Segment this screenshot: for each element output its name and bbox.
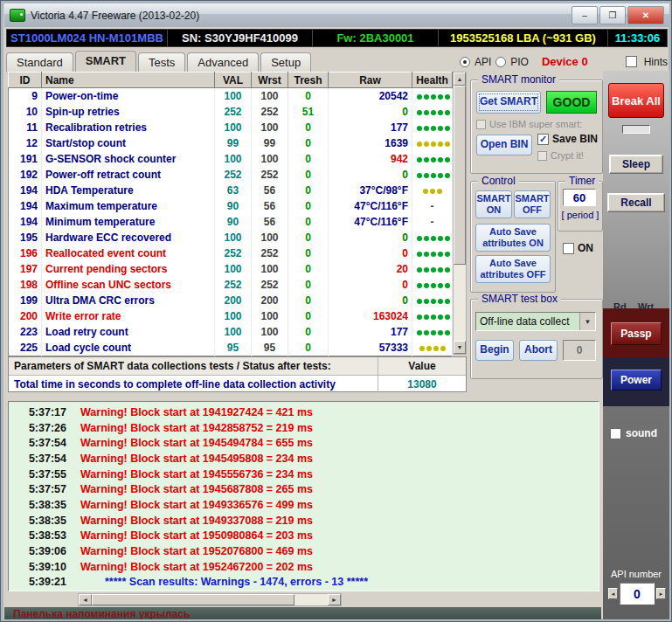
cell-tresh: 0	[288, 340, 329, 356]
timer-on-checkbox[interactable]	[563, 243, 574, 254]
smart-row-225[interactable]: 225Load cycle count9595057333	[9, 340, 453, 356]
table-scrollbar[interactable]: ▲ ▼	[453, 72, 467, 355]
wrt-label: Wrt	[638, 301, 654, 312]
close-button[interactable]: ✕	[627, 6, 664, 24]
break-all-button[interactable]: Break All	[608, 83, 664, 118]
horizontal-scroll-thumb[interactable]	[92, 594, 294, 605]
app-icon	[10, 9, 25, 22]
use-ibm-checkbox[interactable]	[476, 120, 486, 129]
health-dot	[438, 330, 443, 335]
smart-row-194[interactable]: 194Minimum temperature9056047°C/116°F-	[9, 214, 453, 230]
cell-tresh: 0	[288, 151, 329, 167]
scroll-thumb[interactable]	[454, 86, 466, 265]
power-button[interactable]: Power	[611, 370, 662, 390]
smart-row-12[interactable]: 12Start/stop count999901639	[9, 135, 453, 151]
cell-name: Power-on-time	[42, 88, 215, 105]
timer-period-input[interactable]	[563, 189, 596, 206]
test-select[interactable]: Off-line data collect ▼	[475, 312, 596, 331]
health-dot	[438, 142, 443, 147]
header-name: Name	[42, 73, 215, 88]
smart-row-223[interactable]: 223Load retry count1001000177	[9, 324, 453, 340]
smart-row-199[interactable]: 199Ultra DMA CRC errors20020000	[9, 293, 453, 308]
device-label: Device 0	[542, 55, 588, 68]
cell-val: 252	[215, 245, 252, 261]
smart-row-197[interactable]: 197Current pending sectors100100020	[9, 261, 453, 277]
open-bin-button[interactable]: Open BIN	[476, 135, 532, 156]
scroll-right-button[interactable]: ►	[328, 594, 341, 605]
api-number-decrement-button[interactable]: ◄	[608, 588, 618, 599]
sleep-button[interactable]: Sleep	[609, 155, 663, 174]
tab-smart[interactable]: SMART	[75, 51, 136, 72]
minimize-button[interactable]: –	[572, 6, 598, 24]
smart-row-194[interactable]: 194Maximum temperature9056047°C/116°F-	[9, 198, 453, 214]
passp-button[interactable]: Passp	[611, 322, 662, 345]
dropdown-arrow-icon[interactable]: ▼	[579, 313, 595, 330]
scroll-down-button[interactable]: ▼	[454, 341, 466, 354]
scroll-left-button[interactable]: ◄	[79, 594, 92, 605]
scroll-up-button[interactable]: ▲	[454, 73, 466, 86]
log-horizontal-scrollbar[interactable]: ◄ ►	[78, 593, 342, 606]
cell-tresh: 0	[288, 245, 329, 261]
maximize-button[interactable]: ❐	[599, 6, 626, 24]
cell-name: Offline scan UNC sectors	[42, 277, 215, 293]
smart-row-200[interactable]: 200Write error rate1001000163024	[9, 308, 453, 324]
smart-row-196[interactable]: 196Reallocated event count25225200	[9, 245, 453, 261]
api-radio[interactable]	[460, 57, 470, 67]
params-row-label: Total time in seconds to complete off-li…	[9, 378, 378, 390]
smart-off-button[interactable]: SMART OFF	[514, 190, 551, 218]
right-control-strip: Break All Sleep Recall Rd Wrt Passp Powe…	[603, 71, 669, 619]
health-dot	[438, 110, 443, 115]
header-health: Health	[412, 73, 453, 88]
health-dot	[417, 283, 422, 288]
api-number-increment-button[interactable]: ►	[656, 588, 666, 599]
hints-checkbox[interactable]	[626, 56, 637, 67]
cell-val: 99	[215, 135, 252, 151]
header-id: ID	[9, 73, 42, 88]
tab-advanced[interactable]: Advanced	[187, 52, 259, 72]
smart-row-9[interactable]: 9Power-on-time100100020542	[9, 88, 453, 105]
test-select-value: Off-line data collect	[480, 315, 570, 328]
pio-radio[interactable]	[495, 57, 506, 67]
health-dot	[438, 283, 443, 288]
cell-raw: 47°C/116°F	[329, 214, 412, 230]
tab-standard[interactable]: Standard	[6, 52, 73, 72]
smart-row-11[interactable]: 11Recalibration retries1001000177	[9, 120, 453, 135]
cell-health	[412, 261, 453, 277]
recall-button[interactable]: Recall	[607, 193, 665, 212]
health-dot	[445, 142, 450, 147]
health-dot	[431, 94, 436, 100]
smart-row-10[interactable]: 10Spin-up retries252252510	[9, 104, 453, 120]
smart-row-192[interactable]: 192Power-off retract count25225200	[9, 167, 453, 183]
autosave-on-button[interactable]: Auto Save attributes ON	[475, 224, 551, 252]
health-dot	[433, 346, 439, 351]
cell-wrst: 100	[252, 88, 288, 105]
begin-button[interactable]: Begin	[475, 340, 514, 361]
smart-on-button[interactable]: SMART ON	[475, 190, 512, 218]
smart-row-194[interactable]: 194HDA Temperature6356037°C/98°F	[9, 183, 453, 198]
cell-raw: 20	[329, 261, 412, 277]
autosave-off-button[interactable]: Auto Save attributes OFF	[475, 255, 551, 283]
tab-setup[interactable]: Setup	[260, 52, 311, 72]
crypt-checkbox[interactable]	[537, 151, 547, 161]
cell-wrst: 100	[252, 120, 288, 135]
smart-row-195[interactable]: 195Hardware ECC recovered10010000	[9, 230, 453, 245]
log-lines: 5:37:17Warning! Block start at 194192742…	[9, 404, 599, 590]
get-smart-button[interactable]: Get SMART	[476, 91, 541, 114]
params-header-label: Parameters of SMART data collections tes…	[9, 360, 378, 372]
sound-checkbox[interactable]	[610, 428, 621, 439]
log-line: 5:38:53Warning! Block start at 195098086…	[9, 529, 599, 544]
abort-button[interactable]: Abort	[519, 340, 558, 361]
log-line: 5:39:06Warning! Block start at 195207680…	[9, 543, 599, 559]
log-line: 5:38:35Warning! Block start at 194933708…	[9, 513, 599, 529]
activity-indicator	[622, 125, 650, 134]
health-dot	[417, 252, 422, 257]
smart-row-191[interactable]: 191G-SENSOR shock counter1001000942	[9, 151, 453, 167]
cell-wrst: 252	[252, 104, 288, 120]
titlebar[interactable]: Victoria 4.47 Freeware (2013-02-20) – ❐ …	[4, 3, 669, 27]
tab-tests[interactable]: Tests	[138, 52, 185, 72]
cell-id: 12	[9, 135, 42, 151]
save-bin-checkbox[interactable]: ✓	[537, 134, 549, 145]
smart-row-198[interactable]: 198Offline scan UNC sectors25225200	[9, 277, 453, 293]
cell-health: -	[412, 214, 453, 230]
cell-name: Power-off retract count	[42, 167, 215, 183]
